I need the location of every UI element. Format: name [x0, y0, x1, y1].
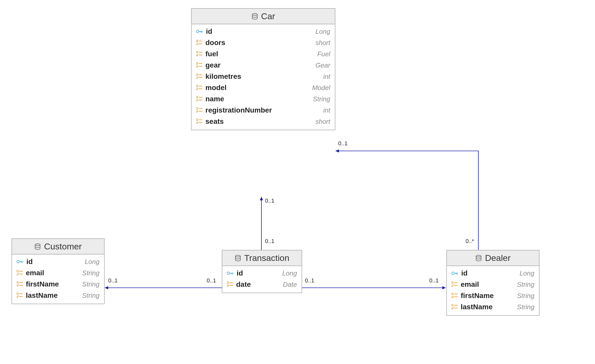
attribute-icon	[17, 270, 23, 276]
attribute-name: id	[237, 269, 243, 277]
svg-rect-29	[196, 119, 198, 120]
svg-point-55	[452, 272, 454, 274]
entity-title: Car	[261, 11, 275, 21]
attribute-icon	[451, 304, 458, 310]
database-icon	[251, 13, 258, 20]
svg-rect-7	[202, 31, 202, 33]
svg-rect-18	[199, 74, 202, 75]
attribute-icon	[227, 282, 233, 287]
svg-point-47	[227, 272, 230, 274]
svg-rect-62	[451, 293, 453, 295]
attribute-name: doors	[205, 39, 225, 47]
svg-rect-19	[199, 77, 202, 78]
entity-attributes: idLongdateDate	[222, 266, 302, 293]
svg-rect-44	[19, 293, 23, 294]
attribute-icon	[196, 85, 202, 91]
svg-point-54	[476, 255, 481, 257]
database-icon	[235, 255, 241, 261]
svg-rect-10	[199, 43, 202, 44]
svg-rect-20	[196, 85, 198, 87]
svg-point-33	[17, 260, 19, 263]
attribute-row[interactable]: dateDate	[226, 279, 298, 290]
attribute-row[interactable]: seatsshort	[196, 116, 331, 127]
attribute-icon	[17, 281, 23, 287]
attribute-type: String	[517, 292, 534, 300]
attribute-row[interactable]: gearGear	[196, 60, 331, 71]
attribute-type: String	[82, 280, 100, 288]
attribute-type: int	[323, 73, 330, 81]
mult-car-near: 0..1	[265, 197, 274, 204]
svg-rect-64	[454, 296, 458, 297]
entity-attributes: idLongemailStringfirstNameStringlastName…	[12, 255, 104, 304]
entity-attributes: idLongemailStringfirstNameStringlastName…	[447, 266, 539, 315]
attribute-row[interactable]: registrationNumberint	[196, 105, 331, 116]
svg-rect-49	[232, 273, 232, 274]
attribute-type: String	[313, 95, 330, 103]
attribute-icon	[451, 282, 458, 287]
attribute-row[interactable]: idLong	[451, 268, 535, 279]
svg-rect-58	[457, 273, 458, 274]
attribute-name: lastName	[461, 303, 493, 311]
mult-transaction-left: 0..1	[207, 277, 216, 284]
entity-customer[interactable]: CustomeridLongemailStringfirstNameString…	[12, 238, 105, 304]
svg-rect-57	[456, 273, 457, 274]
attribute-row[interactable]: emailString	[16, 267, 100, 279]
svg-rect-52	[229, 282, 233, 283]
attribute-name: lastName	[26, 291, 58, 300]
attribute-name: kilometres	[205, 72, 241, 81]
svg-rect-30	[199, 119, 202, 120]
mult-car-from-dealer: 0..1	[338, 140, 348, 147]
svg-rect-63	[454, 294, 458, 294]
svg-point-32	[35, 244, 40, 245]
attribute-row[interactable]: firstNameString	[451, 290, 535, 301]
attribute-row[interactable]: nameString	[196, 93, 331, 105]
attribute-name: seats	[205, 117, 224, 126]
attribute-type: Date	[283, 281, 297, 289]
entity-header: Car	[192, 9, 335, 24]
mult-dealer-up: 0..*	[466, 238, 474, 245]
attribute-row[interactable]: firstNameString	[16, 279, 100, 290]
attribute-name: model	[205, 84, 226, 92]
entity-transaction[interactable]: TransactionidLongdateDate	[222, 250, 302, 293]
attribute-name: id	[461, 269, 468, 277]
entity-car[interactable]: CaridLongdoorsshortfuelFuelgearGearkilom…	[191, 8, 335, 130]
attribute-row[interactable]: modelModel	[196, 82, 331, 93]
attribute-icon	[196, 74, 202, 79]
attribute-icon	[451, 293, 458, 299]
svg-rect-67	[454, 308, 458, 308]
svg-rect-37	[17, 270, 18, 272]
attribute-row[interactable]: lastNameString	[451, 301, 535, 313]
svg-rect-15	[199, 63, 202, 64]
entity-dealer[interactable]: DealeridLongemailStringfirstNameStringla…	[446, 250, 539, 316]
attribute-name: date	[236, 280, 251, 289]
attribute-row[interactable]: emailString	[451, 279, 535, 290]
svg-rect-59	[451, 282, 453, 283]
attribute-row[interactable]: idLong	[226, 268, 298, 279]
attribute-type: Model	[312, 84, 330, 92]
attribute-row[interactable]: lastNameString	[16, 290, 100, 301]
attribute-row[interactable]: idLong	[16, 256, 100, 267]
entity-title: Transaction	[244, 253, 289, 263]
mult-transaction-right: 0..1	[305, 277, 314, 284]
svg-rect-39	[19, 274, 23, 274]
attribute-row[interactable]: fuelFuel	[196, 48, 331, 60]
attribute-name: email	[461, 280, 479, 289]
svg-rect-27	[199, 108, 202, 109]
attribute-type: String	[517, 281, 534, 289]
attribute-row[interactable]: doorsshort	[196, 37, 331, 48]
svg-rect-23	[196, 96, 198, 98]
entity-title: Customer	[44, 241, 82, 251]
attribute-icon	[196, 62, 202, 68]
attribute-type: short	[315, 39, 330, 47]
svg-rect-13	[199, 55, 202, 56]
svg-rect-25	[199, 100, 202, 101]
attribute-name: id	[206, 27, 212, 36]
svg-rect-35	[21, 261, 22, 263]
entity-header: Transaction	[222, 250, 302, 266]
attribute-row[interactable]: kilometresint	[196, 71, 331, 82]
attribute-name: firstName	[461, 292, 494, 300]
svg-rect-43	[17, 293, 18, 294]
svg-rect-66	[454, 305, 458, 306]
svg-rect-8	[196, 40, 198, 42]
attribute-row[interactable]: idLong	[196, 26, 331, 37]
